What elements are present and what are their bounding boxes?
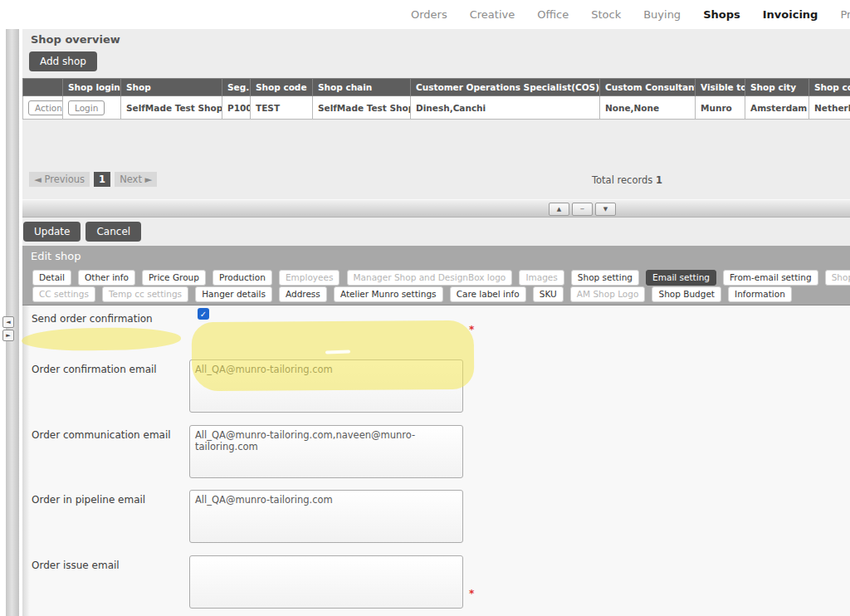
splitter-collapse-button[interactable]: − bbox=[572, 203, 593, 216]
add-shop-button[interactable]: Add shop bbox=[29, 51, 97, 71]
email-setting-form: Send order confirmation ✓ Order confirma… bbox=[22, 306, 850, 616]
tab-other-info[interactable]: Other info bbox=[78, 270, 135, 286]
tab-from-email-setting[interactable]: From-email setting bbox=[723, 270, 818, 286]
tab-care-label-info[interactable]: Care label info bbox=[450, 286, 526, 302]
edit-shop-title: Edit shop bbox=[31, 250, 81, 262]
order-in-pipeline-email-field[interactable]: All_QA@munro-tailoring.com bbox=[189, 490, 463, 543]
tab-am-shop-logo: AM Shop Logo bbox=[570, 286, 646, 302]
main-content: Shop overview Add shop Shop login Shop S… bbox=[22, 29, 850, 616]
send-order-confirmation-label: Send order confirmation bbox=[32, 313, 153, 325]
col-visible-to: Visible to bbox=[696, 79, 745, 96]
splitter-expand-up-button[interactable]: ▲ bbox=[549, 203, 569, 216]
form-actions: Update Cancel bbox=[23, 222, 141, 242]
col-cos: Customer Operations Specialist(COS) bbox=[411, 79, 600, 96]
tab-temp-cc-settings: Temp cc settings bbox=[102, 286, 188, 302]
nav-item-invoicing[interactable]: Invoicing bbox=[763, 8, 818, 21]
nav-item-stock[interactable]: Stock bbox=[591, 8, 621, 21]
cell-custom-consultant: None,None bbox=[600, 96, 696, 120]
tab-shop-labels: Shop labels bbox=[825, 270, 850, 286]
col-shop: Shop bbox=[121, 79, 222, 96]
tab-employees: Employees bbox=[279, 270, 340, 286]
order-issue-email-field[interactable] bbox=[189, 555, 463, 609]
shop-grid: Shop login Shop Seg. Shop code Shop chai… bbox=[22, 78, 850, 120]
tab-address[interactable]: Address bbox=[279, 286, 327, 302]
cell-shop: SelfMade Test Shop bbox=[121, 96, 222, 120]
order-communication-email-label: Order communication email bbox=[32, 429, 171, 441]
order-issue-email-label: Order issue email bbox=[32, 560, 120, 571]
tab-production[interactable]: Production bbox=[212, 270, 272, 286]
tab-email-setting[interactable]: Email setting bbox=[646, 270, 716, 286]
previous-page-button[interactable]: ◄ Previous bbox=[29, 172, 90, 187]
tab-images: Images bbox=[519, 270, 564, 286]
tab-information[interactable]: Information bbox=[728, 286, 792, 302]
cell-shop-city: Amsterdam bbox=[745, 96, 809, 120]
tabs-row-1: Detail Other info Price Group Production… bbox=[32, 268, 850, 286]
update-button[interactable]: Update bbox=[23, 222, 81, 242]
splitter-expand-down-button[interactable]: ▼ bbox=[595, 203, 616, 216]
order-confirmation-email-label: Order confirmation email bbox=[32, 364, 157, 375]
cell-shop-country: Netherla bbox=[809, 96, 850, 120]
nav-item-shops[interactable]: Shops bbox=[703, 8, 740, 21]
col-shop-country: Shop co bbox=[809, 79, 850, 96]
cell-cos: Dinesh,Canchi bbox=[411, 96, 600, 120]
tab-sku[interactable]: SKU bbox=[533, 286, 564, 302]
cell-shop-code: TEST bbox=[251, 96, 313, 120]
tab-cc-settings: CC settings bbox=[32, 286, 95, 302]
tab-hanger-details[interactable]: Hanger details bbox=[195, 286, 272, 302]
tab-shop-setting[interactable]: Shop setting bbox=[571, 270, 639, 286]
tabs-row-2: CC settings Temp cc settings Hanger deta… bbox=[32, 285, 794, 302]
nav-item-products[interactable]: Products bbox=[840, 8, 850, 21]
cancel-button[interactable]: Cancel bbox=[85, 222, 141, 242]
triangle-down-icon: ▼ bbox=[603, 206, 608, 213]
arrow-right-icon: ► bbox=[6, 332, 10, 339]
col-seg: Seg. bbox=[222, 79, 251, 96]
tab-shop-budget[interactable]: Shop Budget bbox=[652, 286, 721, 302]
cell-shop-chain: SelfMade Test Shop bbox=[313, 96, 411, 120]
panel-scroll-left-button[interactable]: ◄ bbox=[2, 316, 14, 328]
nav-item-buying[interactable]: Buying bbox=[643, 8, 681, 21]
required-marker-shop-email: * bbox=[469, 588, 474, 599]
row-action-button[interactable]: Action bbox=[28, 100, 63, 115]
arrow-left-icon: ◄ bbox=[6, 319, 10, 325]
send-order-confirmation-checkbox[interactable]: ✓ bbox=[198, 308, 209, 320]
top-navigation: Orders Creative Office Stock Buying Shop… bbox=[0, 0, 850, 29]
nav-item-office[interactable]: Office bbox=[537, 8, 569, 21]
cell-visible-to: Munro bbox=[696, 96, 745, 120]
row-login-button[interactable]: Login bbox=[68, 100, 105, 115]
panel-scroll-right-button[interactable]: ► bbox=[2, 330, 14, 341]
next-page-button[interactable]: Next ► bbox=[115, 172, 157, 187]
tab-detail[interactable]: Detail bbox=[32, 270, 71, 286]
nav-item-creative[interactable]: Creative bbox=[470, 8, 515, 21]
nav-item-orders[interactable]: Orders bbox=[411, 8, 447, 21]
col-shop-chain: Shop chain bbox=[313, 79, 411, 96]
grid-header-row: Shop login Shop Seg. Shop code Shop chai… bbox=[23, 79, 850, 96]
cell-seg: P100 bbox=[222, 96, 251, 120]
form-left-shade bbox=[22, 306, 30, 616]
minus-icon: − bbox=[580, 206, 585, 213]
check-icon: ✓ bbox=[200, 310, 207, 319]
table-row: Action Login SelfMade Test Shop P100 TES… bbox=[23, 96, 850, 120]
tab-price-group[interactable]: Price Group bbox=[142, 270, 206, 286]
page-title: Shop overview bbox=[31, 33, 120, 46]
col-shop-code: Shop code bbox=[251, 79, 313, 96]
col-shop-login: Shop login bbox=[63, 79, 121, 96]
tab-atelier-munro-settings[interactable]: Atelier Munro settings bbox=[334, 286, 443, 302]
order-in-pipeline-email-label: Order in pipeline email bbox=[32, 494, 145, 506]
col-actions bbox=[23, 79, 63, 96]
order-confirmation-email-field[interactable]: All_QA@munro-tailoring.com bbox=[189, 359, 463, 413]
edit-shop-section: Edit shop Detail Other info Price Group … bbox=[22, 246, 850, 306]
order-communication-email-field[interactable]: All_QA@munro-tailoring.com,naveen@munro-… bbox=[189, 425, 463, 478]
page-number[interactable]: 1 bbox=[94, 172, 110, 187]
horizontal-splitter[interactable]: ▲ − ▼ bbox=[22, 199, 850, 218]
col-shop-city: Shop city bbox=[745, 79, 809, 96]
required-marker-order-confirmation: * bbox=[469, 324, 474, 335]
total-records: Total records 1 bbox=[592, 174, 662, 186]
col-custom-consultant: Custom Consultant bbox=[600, 79, 696, 96]
total-records-value: 1 bbox=[656, 174, 662, 186]
triangle-up-icon: ▲ bbox=[557, 206, 561, 213]
tab-manager-shop-designbox-logo: Manager Shop and DesignBox logo bbox=[347, 270, 513, 286]
pagination: ◄ Previous 1 Next ► bbox=[29, 172, 157, 187]
